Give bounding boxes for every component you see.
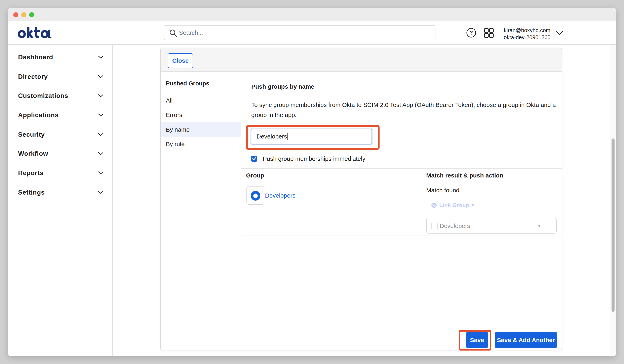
svg-text:?: ? (469, 29, 473, 36)
